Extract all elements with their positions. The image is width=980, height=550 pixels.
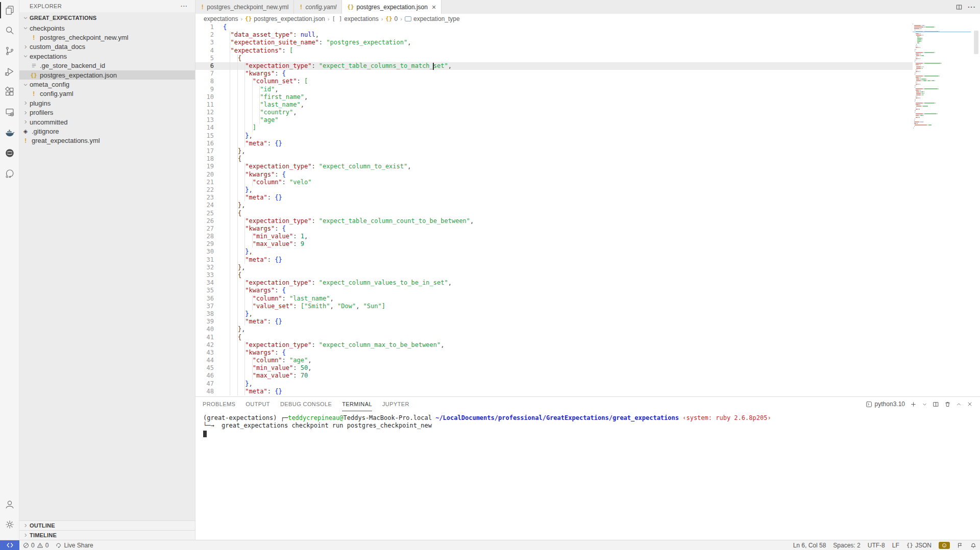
code-line[interactable]: 2"data_asset_type": null, <box>195 31 474 39</box>
sidebar-section-timeline[interactable]: TIMELINE <box>19 530 195 540</box>
code-line[interactable]: 28"min_value": 1, <box>195 233 474 240</box>
code-line[interactable]: 37"value_set": ["Smith", "Dow", "Sun"] <box>195 303 474 310</box>
breadcrumb-item[interactable]: expectation_type <box>405 15 460 22</box>
tree-item-postgres-checkpoint-new-yml[interactable]: !postgres_checkpoint_new.yml <box>19 33 195 42</box>
explorer-icon[interactable] <box>0 0 19 20</box>
panel-tab-terminal[interactable]: TERMINAL <box>342 397 372 411</box>
encoding[interactable]: UTF-8 <box>864 540 889 550</box>
code-line[interactable]: 39"meta": {} <box>195 318 474 326</box>
code-line[interactable]: 22}, <box>195 186 474 194</box>
smiley-badge[interactable] <box>935 540 953 550</box>
remote-indicator[interactable] <box>0 540 19 550</box>
code-line[interactable]: 34"expectation_type": "expect_column_val… <box>195 279 474 287</box>
breadcrumb-item[interactable]: expectations <box>204 15 238 22</box>
code-line[interactable]: 31"meta": {} <box>195 256 474 264</box>
breadcrumb-item[interactable]: {}postgres_expectation.json <box>245 15 325 22</box>
code-line[interactable]: 9"id", <box>195 86 474 93</box>
remote-explorer-icon[interactable] <box>0 102 19 122</box>
code-line[interactable]: 32}, <box>195 264 474 271</box>
code-line[interactable]: 27"kwargs": { <box>195 225 474 233</box>
breadcrumb-item[interactable]: [ ]expectations <box>332 15 378 22</box>
code-line[interactable]: 16"meta": {} <box>195 140 474 147</box>
code-line[interactable]: 14] <box>195 124 474 132</box>
code-line[interactable]: 41{ <box>195 334 474 341</box>
code-line[interactable]: 26"expectation_type": "expect_table_colu… <box>195 217 474 225</box>
close-panel-icon[interactable] <box>967 401 973 407</box>
code-line[interactable]: 17}, <box>195 147 474 155</box>
tree-item-config-yaml[interactable]: !config.yaml <box>19 89 195 98</box>
language-mode[interactable]: {}JSON <box>903 540 935 550</box>
code-line[interactable]: 25{ <box>195 210 474 217</box>
split-terminal-icon[interactable] <box>933 401 939 408</box>
tree-item-checkpoints[interactable]: checkpoints <box>19 23 195 33</box>
code-line[interactable]: 42"expectation_type": "expect_column_max… <box>195 341 474 349</box>
tab-postgres-checkpoint-new-yml[interactable]: !postgres_checkpoint_new.yml <box>195 0 294 14</box>
live-share-button[interactable]: Live Share <box>52 540 96 550</box>
minimap[interactable] <box>913 23 971 396</box>
terminal-output[interactable]: (great-expectations) ┌─teddycrepineau@Te… <box>195 411 980 437</box>
code-line[interactable]: 7"kwargs": { <box>195 70 474 78</box>
code-line[interactable]: 12"country", <box>195 109 474 116</box>
notifications[interactable] <box>967 540 980 550</box>
tree-root-folder[interactable]: GREAT_EXPECTATIONS <box>19 12 195 23</box>
tree-item-great-expectations-yml[interactable]: !great_expectations.yml <box>19 136 195 145</box>
account-icon[interactable] <box>0 494 19 514</box>
code-line[interactable]: 21"column": "velo" <box>195 179 474 186</box>
terminal-shell-selector[interactable]: python3.10 <box>866 401 905 408</box>
code-line[interactable]: 24}, <box>195 202 474 209</box>
eol[interactable]: LF <box>889 540 903 550</box>
indentation[interactable]: Spaces: 2 <box>829 540 864 550</box>
code-line[interactable]: 18{ <box>195 155 474 163</box>
search-icon[interactable] <box>0 20 19 41</box>
code-line[interactable]: 29"max_value": 9 <box>195 240 474 248</box>
code-line[interactable]: 15}, <box>195 132 474 140</box>
more-actions-icon[interactable]: ··· <box>181 3 188 9</box>
code-line[interactable]: 38}, <box>195 310 474 318</box>
code-line[interactable]: 5{ <box>195 55 474 62</box>
tree-item--gitignore[interactable]: ◈.gitignore <box>19 127 195 136</box>
code-line[interactable]: 20"kwargs": { <box>195 171 474 179</box>
code-line[interactable]: 13"age" <box>195 116 474 124</box>
panel-tab-jupyter[interactable]: JUPYTER <box>382 397 409 411</box>
tree-item-expectations[interactable]: expectations <box>19 52 195 61</box>
code-line[interactable]: 30}, <box>195 248 474 256</box>
code-line[interactable]: 10"first_name", <box>195 93 474 101</box>
sidebar-section-outline[interactable]: OUTLINE <box>19 520 195 530</box>
breadcrumb-item[interactable]: {}0 <box>385 15 398 22</box>
settings-icon[interactable] <box>0 514 19 535</box>
feedback[interactable] <box>953 540 967 550</box>
tree-item-uncommitted[interactable]: uncommitted <box>19 117 195 127</box>
tree-item-profilers[interactable]: profilers <box>19 108 195 117</box>
kill-terminal-icon[interactable] <box>944 401 951 408</box>
maximize-panel-icon[interactable] <box>956 402 962 407</box>
panel-tab-debug-console[interactable]: DEBUG CONSOLE <box>280 397 332 411</box>
problems-indicator[interactable]: 00 <box>19 540 52 550</box>
tree-item-plugins[interactable]: plugins <box>19 98 195 108</box>
panel-tab-output[interactable]: OUTPUT <box>246 397 270 411</box>
code-line[interactable]: 19"expectation_type": "expect_column_to_… <box>195 163 474 170</box>
split-editor-icon[interactable] <box>955 4 963 11</box>
code-line[interactable]: 1{ <box>195 23 474 31</box>
editor-scrollbar[interactable] <box>974 31 978 54</box>
code-line[interactable]: 36"column": "last_name", <box>195 295 474 303</box>
new-terminal-icon[interactable] <box>910 401 917 408</box>
tree-item-custom-data-docs[interactable]: custom_data_docs <box>19 42 195 52</box>
source-control-icon[interactable] <box>0 41 19 61</box>
code-line[interactable]: 6"expectation_type": "expect_table_colum… <box>195 62 474 70</box>
code-line[interactable]: 4"expectations": [ <box>195 47 474 55</box>
code-editor[interactable]: 1{2"data_asset_type": null,3"expectation… <box>195 23 980 396</box>
tab-config-yaml[interactable]: !config.yaml <box>294 0 342 14</box>
code-line[interactable]: 11"last_name", <box>195 101 474 109</box>
tree-item-postgres-expectation-json[interactable]: {}postgres_expectation.json <box>19 70 195 80</box>
extensions-icon[interactable] <box>0 82 19 102</box>
code-line[interactable]: 45"min_value": 50, <box>195 364 474 372</box>
tree-item--ge-store-backend-id[interactable]: .ge_store_backend_id <box>19 61 195 70</box>
live-share-icon[interactable] <box>0 163 19 184</box>
cursor-position[interactable]: Ln 6, Col 58 <box>790 540 830 550</box>
close-icon[interactable]: × <box>432 4 436 11</box>
code-line[interactable]: 43"kwargs": { <box>195 349 474 357</box>
code-line[interactable]: 46"max_value": 70 <box>195 372 474 380</box>
panel-tab-problems[interactable]: PROBLEMS <box>203 397 235 411</box>
code-line[interactable]: 23"meta": {} <box>195 194 474 202</box>
tree-item-ometa-config[interactable]: ometa_config <box>19 80 195 89</box>
